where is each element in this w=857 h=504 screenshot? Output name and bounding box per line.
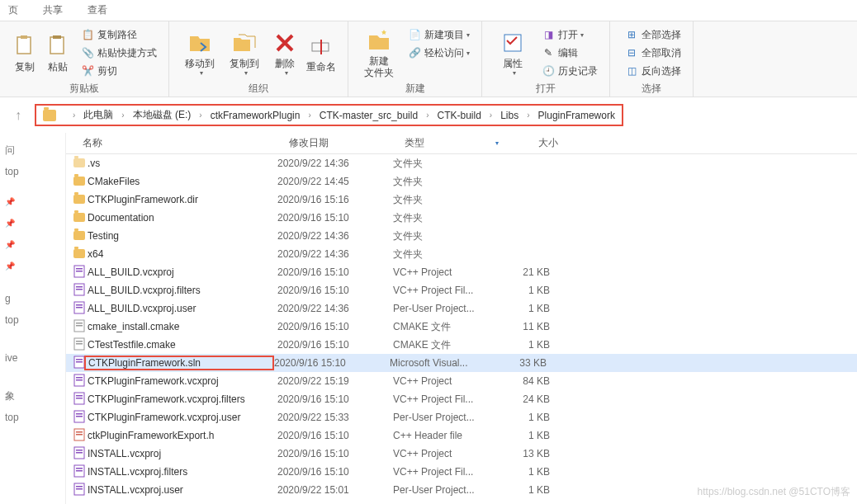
- svg-rect-6: [504, 35, 521, 51]
- breadcrumb-bar: ↑ › 此电脑› 本地磁盘 (E:)› ctkFrameworkPlugin› …: [0, 97, 857, 133]
- file-size: 1 KB: [500, 339, 550, 351]
- file-date: 2020/9/16 15:10: [277, 266, 393, 278]
- paste-shortcut-button[interactable]: 📎粘贴快捷方式: [78, 44, 160, 62]
- new-item-button[interactable]: 📄新建项目▾: [405, 26, 473, 44]
- file-name: INSTALL.vcxproj: [88, 448, 277, 459]
- file-row[interactable]: .vs2020/9/22 14:36文件夹: [66, 154, 857, 172]
- file-row[interactable]: x642020/9/22 14:36文件夹: [66, 245, 857, 263]
- new-folder-button[interactable]: 新建 文件夹: [357, 26, 401, 80]
- edit-button[interactable]: ✎编辑: [538, 44, 601, 62]
- easy-access-button[interactable]: 🔗轻松访问▾: [405, 44, 473, 62]
- cut-button[interactable]: ✂️剪切: [78, 62, 160, 80]
- file-row[interactable]: INSTALL.vcxproj2020/9/16 15:10VC++ Proje…: [66, 445, 857, 463]
- svg-rect-33: [76, 416, 83, 417]
- open-button[interactable]: ◨打开▾: [538, 26, 601, 44]
- history-button[interactable]: 🕘历史记录: [538, 62, 601, 80]
- bc-seg[interactable]: CTK-master_src_build: [320, 110, 418, 121]
- chevron-down-icon: ▾: [580, 31, 584, 39]
- col-type[interactable]: 类型▾: [396, 136, 504, 150]
- bc-seg[interactable]: 本地磁盘 (E:): [133, 108, 192, 122]
- file-size: 1 KB: [500, 412, 550, 423]
- file-row[interactable]: CTestTestfile.cmake2020/9/16 15:10CMAKE …: [66, 336, 857, 354]
- nav-item[interactable]: g: [5, 288, 60, 309]
- file-row[interactable]: CTKPluginFramework.vcxproj.filters2020/9…: [66, 390, 857, 408]
- file-row[interactable]: ALL_BUILD.vcxproj.user2020/9/22 14:36Per…: [66, 299, 857, 318]
- file-type: Per-User Project...: [393, 484, 500, 496]
- copy-path-button[interactable]: 📋复制路径: [78, 26, 160, 44]
- up-button[interactable]: ↑: [8, 108, 28, 123]
- col-date[interactable]: 修改日期: [281, 136, 396, 150]
- paste-button[interactable]: 粘贴: [41, 26, 74, 80]
- nav-item[interactable]: top: [5, 407, 60, 428]
- properties-button[interactable]: 属性▾: [490, 26, 535, 80]
- col-size[interactable]: 大小: [504, 136, 570, 150]
- bc-seg[interactable]: PluginFramework: [538, 110, 615, 121]
- bc-seg[interactable]: 此电脑: [83, 108, 113, 122]
- file-row[interactable]: CTKPluginFramework.vcxproj.user2020/9/22…: [66, 408, 857, 426]
- file-date: 2020/9/16 15:10: [277, 321, 393, 332]
- invert-icon: ◫: [625, 64, 638, 78]
- file-name: CTKPluginFramework.vcxproj.filters: [88, 393, 277, 405]
- chevron-down-icon[interactable]: ▾: [495, 139, 499, 147]
- nav-item[interactable]: ive: [5, 347, 60, 369]
- file-row[interactable]: ctkPluginFrameworkExport.h2020/9/16 15:1…: [66, 426, 857, 445]
- file-row[interactable]: cmake_install.cmake2020/9/16 15:10CMAKE …: [66, 318, 857, 336]
- file-row[interactable]: Testing2020/9/22 14:36文件夹: [66, 227, 857, 245]
- svg-rect-44: [76, 486, 83, 488]
- invert-button[interactable]: ◫反向选择: [622, 62, 684, 80]
- file-row[interactable]: INSTALL.vcxproj.user2020/9/22 15:01Per-U…: [66, 481, 857, 499]
- file-row[interactable]: CTKPluginFramework.sln2020/9/16 15:10Mic…: [66, 354, 857, 372]
- nav-item[interactable]: top: [5, 309, 60, 331]
- breadcrumb[interactable]: › 此电脑› 本地磁盘 (E:)› ctkFrameworkPlugin› CT…: [35, 104, 623, 126]
- file-name: Testing: [88, 230, 277, 242]
- move-to-button[interactable]: 移动到▾: [178, 26, 222, 80]
- bc-seg[interactable]: ctkFrameworkPlugin: [211, 110, 301, 121]
- file-name: CMakeFiles: [88, 176, 277, 187]
- copy-button[interactable]: 复制: [8, 26, 41, 80]
- chevron-right-icon: ›: [527, 111, 529, 120]
- copy-to-button[interactable]: 复制到▾: [222, 26, 267, 80]
- select-all-button[interactable]: ⊞全部选择: [622, 26, 684, 44]
- file-date: 2020/9/22 14:45: [277, 176, 393, 187]
- file-row[interactable]: CMakeFiles2020/9/22 14:45文件夹: [66, 172, 857, 191]
- file-name: cmake_install.cmake: [88, 321, 277, 332]
- file-date: 2020/9/22 14:36: [277, 303, 393, 314]
- file-type: 文件夹: [393, 157, 500, 171]
- tab-home[interactable]: 页: [8, 3, 18, 17]
- nav-item[interactable]: 象: [5, 385, 60, 407]
- edit-icon: ✎: [542, 46, 555, 59]
- file-date: 2020/9/16 15:10: [277, 430, 393, 441]
- tab-share[interactable]: 共享: [43, 3, 63, 17]
- bc-seg[interactable]: CTK-build: [437, 110, 481, 121]
- svg-rect-27: [76, 379, 83, 381]
- file-row[interactable]: CTKPluginFramework.vcxproj2020/9/22 15:1…: [66, 372, 857, 390]
- file-icon: [71, 212, 88, 224]
- file-type: C++ Header file: [393, 430, 500, 441]
- chevron-right-icon: ›: [490, 111, 492, 120]
- tab-view[interactable]: 查看: [88, 3, 107, 17]
- chevron-right-icon: ›: [121, 111, 124, 120]
- file-date: 2020/9/22 14:36: [277, 158, 393, 169]
- nav-item[interactable]: top: [5, 161, 60, 182]
- file-type: 文件夹: [393, 193, 500, 207]
- file-row[interactable]: ALL_BUILD.vcxproj2020/9/16 15:10VC++ Pro…: [66, 263, 857, 281]
- file-row[interactable]: ALL_BUILD.vcxproj.filters2020/9/16 15:10…: [66, 281, 857, 299]
- col-name[interactable]: 名称: [66, 136, 281, 150]
- file-icon: [71, 194, 88, 206]
- chevron-down-icon: ▾: [285, 69, 288, 77]
- bc-seg[interactable]: Libs: [500, 110, 518, 121]
- file-type: Per-User Project...: [393, 412, 500, 423]
- group-open: 属性▾ ◨打开▾ ✎编辑 🕘历史记录 打开: [482, 21, 610, 97]
- select-none-button[interactable]: ⊟全部取消: [622, 44, 684, 62]
- file-date: 2020/9/22 14:36: [277, 230, 393, 242]
- file-row[interactable]: INSTALL.vcxproj.filters2020/9/16 15:10VC…: [66, 463, 857, 481]
- file-name: ALL_BUILD.vcxproj.filters: [88, 285, 277, 296]
- svg-rect-32: [76, 413, 83, 415]
- file-row[interactable]: CTKPluginFramework.dir2020/9/16 15:16文件夹: [66, 191, 857, 209]
- rename-icon: [308, 33, 334, 59]
- file-row[interactable]: Documentation2020/9/16 15:10文件夹: [66, 209, 857, 227]
- delete-button[interactable]: 删除▾: [267, 26, 303, 80]
- nav-item[interactable]: 问: [5, 139, 60, 161]
- rename-button[interactable]: 重命名: [303, 26, 339, 80]
- file-type: VC++ Project Fil...: [393, 393, 500, 405]
